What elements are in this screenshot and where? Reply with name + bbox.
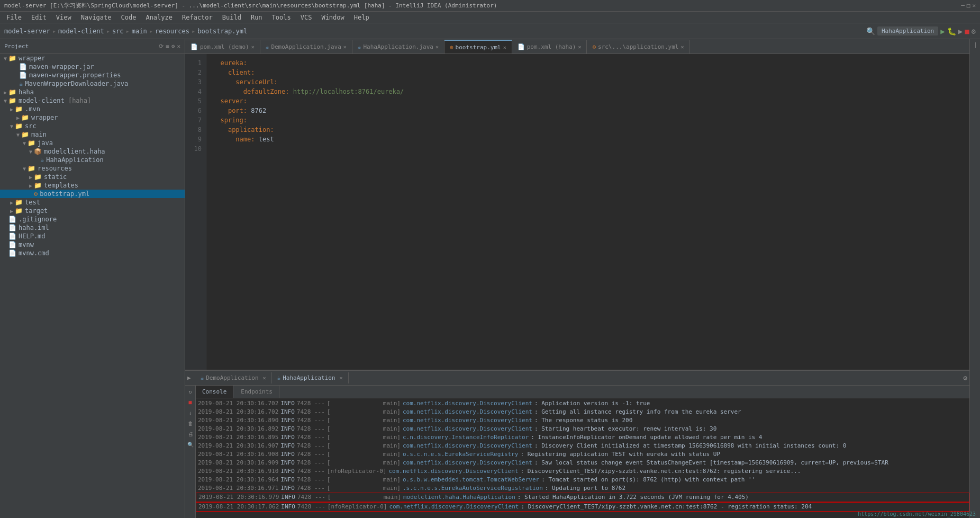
- code-editor[interactable]: 1 2 3 4 5 6 7 8 9 10 eureka: client: ser…: [185, 54, 969, 370]
- print-btn[interactable]: 🖨: [187, 430, 194, 437]
- menu-window[interactable]: Window: [317, 13, 348, 22]
- log-line-1: 2019-08-21 20:30:16.702 INFO 7428 --- [ …: [196, 399, 969, 408]
- log-class-12[interactable]: modelclient.haha.HahaApplication: [403, 493, 515, 502]
- tree-item-model-client[interactable]: ▼ 📁 model-client [haha]: [0, 96, 185, 105]
- menu-file[interactable]: File: [2, 13, 26, 22]
- menu-edit[interactable]: Edit: [27, 13, 51, 22]
- tab-close-haha-app[interactable]: ✕: [435, 44, 439, 50]
- tree-item-test[interactable]: ▶ 📁 test: [0, 198, 185, 207]
- tree-item-maven-jar[interactable]: ▶ 📄 maven-wrapper.jar: [0, 62, 185, 71]
- log-class-4[interactable]: com.netflix.discovery.DiscoveryClient: [403, 425, 532, 433]
- code-content[interactable]: eureka: client: serviceUrl: defaultZone:…: [206, 54, 969, 370]
- toolbar-stop-btn[interactable]: ■: [965, 27, 969, 35]
- log-class-5[interactable]: c.n.discovery.InstanceInfoReplicator: [403, 433, 529, 442]
- tree-item-haha-iml[interactable]: ▶ 📄 haha.iml: [0, 224, 185, 232]
- tab-close-app-yml[interactable]: ✕: [680, 44, 684, 50]
- tree-item-maven-props[interactable]: ▶ 📄 maven-wrapper.properties: [0, 71, 185, 79]
- log-class-7[interactable]: o.s.c.n.e.s.EurekaServiceRegistry: [403, 450, 519, 459]
- tree-item-mvnw[interactable]: ▶ 📄 mvnw: [0, 240, 185, 249]
- tree-item-help-md[interactable]: ▶ 📄 HELP.md: [0, 232, 185, 240]
- tab-close-pom-demo[interactable]: ✕: [251, 44, 255, 50]
- tree-item-mvn[interactable]: ▶ 📁 .mvn: [0, 105, 185, 113]
- sidebar-collapse-icon[interactable]: ≡: [166, 43, 169, 50]
- stop-btn-strip[interactable]: ■: [187, 398, 194, 406]
- tab-app-yml[interactable]: ⚙ src\...\application.yml ✕: [587, 40, 689, 53]
- sidebar-close-icon[interactable]: ✕: [177, 43, 180, 50]
- tree-item-package[interactable]: ▼ 📦 modelclient.haha: [0, 147, 185, 156]
- log-class-6[interactable]: com.netflix.discovery.DiscoveryClient: [403, 442, 532, 450]
- tab-demo-app[interactable]: ☕ DemoApplication.java ✕: [260, 40, 352, 53]
- toolbar-run-btn[interactable]: ▶: [940, 27, 945, 35]
- tab-demo-app-run[interactable]: ☕ DemoApplication ✕: [195, 372, 272, 383]
- menu-refactor[interactable]: Refactor: [178, 13, 217, 22]
- log-class-3[interactable]: com.netflix.discovery.DiscoveryClient: [403, 416, 532, 425]
- menu-analyze[interactable]: Analyze: [141, 13, 177, 22]
- toolbar-project[interactable]: model-server: [4, 28, 50, 35]
- toolbar-file[interactable]: bootstrap.yml: [197, 28, 247, 35]
- tree-item-main[interactable]: ▼ 📁 main: [0, 130, 185, 139]
- tree-item-wrapper[interactable]: ▼ 📁 wrapper: [0, 54, 185, 62]
- menu-tools[interactable]: Tools: [268, 13, 295, 22]
- bottom-settings-btn[interactable]: ⚙: [963, 374, 967, 382]
- toolbar-run-config[interactable]: HahaApplication: [877, 26, 938, 35]
- menu-help[interactable]: Help: [350, 13, 374, 22]
- log-class-10[interactable]: o.s.b.w.embedded.tomcat.TomcatWebServer: [403, 476, 539, 484]
- menu-build[interactable]: Build: [218, 13, 246, 22]
- log-class-13[interactable]: com.netflix.discovery.DiscoveryClient: [389, 503, 519, 511]
- find-btn[interactable]: 🔍: [187, 441, 194, 448]
- log-class-2[interactable]: com.netflix.discovery.DiscoveryClient: [403, 408, 532, 416]
- tab-close-demo-app[interactable]: ✕: [343, 44, 347, 50]
- tab-pom-demo[interactable]: 📄 pom.xml (demo) ✕: [185, 40, 260, 53]
- clear-console-btn[interactable]: 🗑: [187, 419, 194, 427]
- toolbar-main[interactable]: main: [132, 28, 147, 35]
- toolbar-run-with-coverage-btn[interactable]: ▶: [958, 27, 963, 35]
- log-class-8[interactable]: com.netflix.discovery.DiscoveryClient: [403, 459, 532, 467]
- console-tab-console[interactable]: Console: [196, 386, 233, 398]
- tree-item-haha[interactable]: ▶ 📁 haha: [0, 88, 185, 96]
- tab-pom-haha[interactable]: 📄 pom.xml (haha) ✕: [512, 40, 587, 53]
- toolbar-src[interactable]: src: [112, 28, 124, 35]
- minimize-btn[interactable]: ─: [961, 2, 965, 9]
- scroll-down-btn[interactable]: ↓: [187, 409, 194, 416]
- menu-vcs[interactable]: VCS: [296, 13, 316, 22]
- tab-haha-app-run[interactable]: ☕ HahaApplication ✕: [272, 372, 349, 383]
- maximize-btn[interactable]: □: [967, 2, 970, 9]
- tree-item-static[interactable]: ▶ 📁 static: [0, 173, 185, 181]
- tab-bootstrap[interactable]: ⚙ bootstrap.yml ✕: [444, 40, 512, 53]
- tree-item-resources[interactable]: ▼ 📁 resources: [0, 164, 185, 173]
- console-tab-endpoints[interactable]: Endpoints: [234, 386, 279, 398]
- toolbar-search-icon[interactable]: 🔍: [866, 27, 875, 35]
- menu-navigate[interactable]: Navigate: [77, 13, 116, 22]
- tree-item-java[interactable]: ▼ 📁 java: [0, 139, 185, 147]
- toolbar-debug-btn[interactable]: 🐛: [947, 27, 956, 35]
- tree-item-target[interactable]: ▶ 📁 target: [0, 207, 185, 215]
- menu-view[interactable]: View: [52, 13, 76, 22]
- tree-item-mvnw-cmd[interactable]: ▶ 📄 mvnw.cmd: [0, 249, 185, 257]
- right-btn-1[interactable]: │: [972, 41, 979, 49]
- haha-run-close[interactable]: ✕: [340, 375, 343, 381]
- tree-item-mavendl[interactable]: ▶ ☕ MavenWrapperDownloader.java: [0, 79, 185, 88]
- close-btn[interactable]: ✕: [972, 2, 976, 9]
- sidebar-sync-icon[interactable]: ⟳: [159, 43, 164, 50]
- tree-item-templates[interactable]: ▶ 📁 templates: [0, 181, 185, 190]
- menu-code[interactable]: Code: [117, 13, 141, 22]
- toolbar-resources[interactable]: resources: [155, 28, 189, 35]
- tree-item-bootstrap-yml[interactable]: ▶ ⚙ bootstrap.yml: [0, 190, 185, 198]
- menu-run[interactable]: Run: [247, 13, 267, 22]
- tab-haha-app[interactable]: ☕ HahaApplication.java ✕: [352, 40, 444, 53]
- log-class-11[interactable]: .s.c.n.e.s.EurekaAutoServiceRegistration: [403, 484, 543, 493]
- sidebar-settings-icon[interactable]: ⚙: [171, 43, 175, 50]
- demo-run-close[interactable]: ✕: [263, 375, 266, 381]
- tab-close-pom-haha[interactable]: ✕: [578, 44, 581, 50]
- tree-item-src[interactable]: ▼ 📁 src: [0, 122, 185, 130]
- log-class-9[interactable]: com.netflix.discovery.DiscoveryClient: [388, 467, 518, 476]
- toolbar-module[interactable]: model-client: [58, 28, 104, 35]
- restart-btn[interactable]: ↻: [187, 388, 194, 395]
- tree-item-haha-app[interactable]: ▶ ☕ HahaApplication: [0, 156, 185, 164]
- toolbar-settings-btn[interactable]: ⚙: [972, 27, 976, 35]
- tree-item-wrapper2[interactable]: ▶ 📁 wrapper: [0, 113, 185, 122]
- log-date-10: 2019-08-21 20:30:16.964: [198, 476, 278, 484]
- log-class-1[interactable]: com.netflix.discovery.DiscoveryClient: [403, 399, 532, 408]
- tree-item-gitignore[interactable]: ▶ 📄 .gitignore: [0, 215, 185, 224]
- tab-close-bootstrap[interactable]: ✕: [503, 44, 506, 50]
